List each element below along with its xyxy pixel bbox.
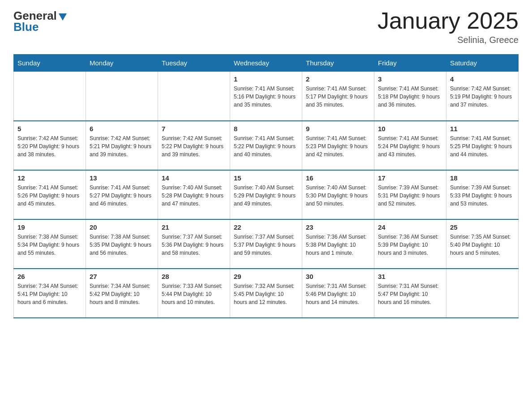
day-number: 3	[378, 75, 442, 83]
col-thursday: Thursday	[302, 55, 374, 72]
day-number: 15	[234, 174, 298, 182]
table-row: 30Sunrise: 7:31 AM Sunset: 5:46 PM Dayli…	[302, 269, 374, 318]
table-row: 14Sunrise: 7:40 AM Sunset: 5:28 PM Dayli…	[158, 170, 230, 219]
table-row: 19Sunrise: 7:38 AM Sunset: 5:34 PM Dayli…	[14, 219, 86, 269]
table-row: 6Sunrise: 7:42 AM Sunset: 5:21 PM Daylig…	[86, 121, 158, 170]
day-info: Sunrise: 7:41 AM Sunset: 5:27 PM Dayligh…	[90, 184, 154, 208]
day-info: Sunrise: 7:40 AM Sunset: 5:29 PM Dayligh…	[234, 184, 298, 208]
day-info: Sunrise: 7:41 AM Sunset: 5:26 PM Dayligh…	[17, 184, 82, 208]
day-number: 13	[90, 174, 154, 182]
day-info: Sunrise: 7:33 AM Sunset: 5:44 PM Dayligh…	[162, 282, 226, 306]
day-number: 28	[162, 273, 226, 280]
calendar-header: Sunday Monday Tuesday Wednesday Thursday…	[14, 55, 519, 72]
day-info: Sunrise: 7:39 AM Sunset: 5:31 PM Dayligh…	[378, 184, 442, 208]
logo-blue: Blue	[13, 20, 39, 34]
table-row: 4Sunrise: 7:42 AM Sunset: 5:19 PM Daylig…	[446, 72, 519, 121]
table-row: 17Sunrise: 7:39 AM Sunset: 5:31 PM Dayli…	[374, 170, 446, 219]
svg-marker-0	[59, 13, 67, 21]
location: Selinia, Greece	[378, 35, 519, 45]
day-number: 8	[234, 125, 298, 133]
day-number: 30	[306, 273, 370, 280]
table-row: 25Sunrise: 7:35 AM Sunset: 5:40 PM Dayli…	[446, 219, 519, 269]
day-info: Sunrise: 7:31 AM Sunset: 5:46 PM Dayligh…	[306, 282, 370, 306]
table-row: 5Sunrise: 7:42 AM Sunset: 5:20 PM Daylig…	[14, 121, 86, 170]
day-number: 6	[90, 125, 154, 133]
day-info: Sunrise: 7:42 AM Sunset: 5:19 PM Dayligh…	[450, 85, 515, 109]
day-number: 1	[234, 75, 298, 83]
day-number: 21	[162, 223, 226, 231]
month-title: January 2025	[378, 9, 519, 32]
table-row: 15Sunrise: 7:40 AM Sunset: 5:29 PM Dayli…	[230, 170, 302, 219]
table-row: 8Sunrise: 7:41 AM Sunset: 5:22 PM Daylig…	[230, 121, 302, 170]
day-info: Sunrise: 7:40 AM Sunset: 5:30 PM Dayligh…	[306, 184, 370, 208]
table-row: 16Sunrise: 7:40 AM Sunset: 5:30 PM Dayli…	[302, 170, 374, 219]
day-number: 25	[450, 223, 515, 231]
day-info: Sunrise: 7:32 AM Sunset: 5:45 PM Dayligh…	[234, 282, 298, 306]
table-row	[158, 72, 230, 121]
table-row: 24Sunrise: 7:36 AM Sunset: 5:39 PM Dayli…	[374, 219, 446, 269]
day-number: 20	[90, 223, 154, 231]
table-row: 20Sunrise: 7:38 AM Sunset: 5:35 PM Dayli…	[86, 219, 158, 269]
table-row: 12Sunrise: 7:41 AM Sunset: 5:26 PM Dayli…	[14, 170, 86, 219]
table-row: 13Sunrise: 7:41 AM Sunset: 5:27 PM Dayli…	[86, 170, 158, 219]
table-row: 28Sunrise: 7:33 AM Sunset: 5:44 PM Dayli…	[158, 269, 230, 318]
day-info: Sunrise: 7:37 AM Sunset: 5:37 PM Dayligh…	[234, 233, 298, 257]
table-row: 22Sunrise: 7:37 AM Sunset: 5:37 PM Dayli…	[230, 219, 302, 269]
day-info: Sunrise: 7:31 AM Sunset: 5:47 PM Dayligh…	[378, 282, 442, 306]
table-row	[14, 72, 86, 121]
day-info: Sunrise: 7:34 AM Sunset: 5:42 PM Dayligh…	[90, 282, 154, 306]
calendar-body: 1Sunrise: 7:41 AM Sunset: 5:16 PM Daylig…	[14, 72, 519, 318]
day-info: Sunrise: 7:35 AM Sunset: 5:40 PM Dayligh…	[450, 233, 515, 257]
day-info: Sunrise: 7:41 AM Sunset: 5:24 PM Dayligh…	[378, 134, 442, 158]
table-row: 10Sunrise: 7:41 AM Sunset: 5:24 PM Dayli…	[374, 121, 446, 170]
table-row: 2Sunrise: 7:41 AM Sunset: 5:17 PM Daylig…	[302, 72, 374, 121]
day-number: 27	[90, 273, 154, 280]
day-number: 17	[378, 174, 442, 182]
day-number: 31	[378, 273, 442, 280]
table-row: 18Sunrise: 7:39 AM Sunset: 5:33 PM Dayli…	[446, 170, 519, 219]
table-row	[86, 72, 158, 121]
page-header: General Blue January 2025 Selinia, Greec…	[13, 9, 519, 45]
title-block: January 2025 Selinia, Greece	[378, 9, 519, 45]
day-info: Sunrise: 7:38 AM Sunset: 5:34 PM Dayligh…	[17, 233, 82, 257]
day-info: Sunrise: 7:42 AM Sunset: 5:21 PM Dayligh…	[90, 134, 154, 158]
day-info: Sunrise: 7:42 AM Sunset: 5:20 PM Dayligh…	[17, 134, 82, 158]
col-friday: Friday	[374, 55, 446, 72]
day-info: Sunrise: 7:36 AM Sunset: 5:39 PM Dayligh…	[378, 233, 442, 257]
day-info: Sunrise: 7:41 AM Sunset: 5:23 PM Dayligh…	[306, 134, 370, 158]
day-info: Sunrise: 7:36 AM Sunset: 5:38 PM Dayligh…	[306, 233, 370, 257]
day-info: Sunrise: 7:41 AM Sunset: 5:18 PM Dayligh…	[378, 85, 442, 109]
table-row: 1Sunrise: 7:41 AM Sunset: 5:16 PM Daylig…	[230, 72, 302, 121]
table-row: 31Sunrise: 7:31 AM Sunset: 5:47 PM Dayli…	[374, 269, 446, 318]
table-row: 26Sunrise: 7:34 AM Sunset: 5:41 PM Dayli…	[14, 269, 86, 318]
col-saturday: Saturday	[446, 55, 519, 72]
day-number: 16	[306, 174, 370, 182]
day-number: 7	[162, 125, 226, 133]
day-info: Sunrise: 7:34 AM Sunset: 5:41 PM Dayligh…	[17, 282, 82, 306]
table-row: 11Sunrise: 7:41 AM Sunset: 5:25 PM Dayli…	[446, 121, 519, 170]
calendar-table: Sunday Monday Tuesday Wednesday Thursday…	[13, 54, 519, 318]
table-row: 27Sunrise: 7:34 AM Sunset: 5:42 PM Dayli…	[86, 269, 158, 318]
day-number: 14	[162, 174, 226, 182]
day-info: Sunrise: 7:41 AM Sunset: 5:17 PM Dayligh…	[306, 85, 370, 109]
table-row: 7Sunrise: 7:42 AM Sunset: 5:22 PM Daylig…	[158, 121, 230, 170]
day-info: Sunrise: 7:39 AM Sunset: 5:33 PM Dayligh…	[450, 184, 515, 208]
day-info: Sunrise: 7:38 AM Sunset: 5:35 PM Dayligh…	[90, 233, 154, 257]
day-number: 26	[17, 273, 82, 280]
day-number: 5	[17, 125, 82, 133]
day-info: Sunrise: 7:41 AM Sunset: 5:25 PM Dayligh…	[450, 134, 515, 158]
day-number: 10	[378, 125, 442, 133]
table-row: 23Sunrise: 7:36 AM Sunset: 5:38 PM Dayli…	[302, 219, 374, 269]
table-row	[446, 269, 519, 318]
col-monday: Monday	[86, 55, 158, 72]
day-number: 22	[234, 223, 298, 231]
day-number: 29	[234, 273, 298, 280]
day-number: 11	[450, 125, 515, 133]
day-info: Sunrise: 7:41 AM Sunset: 5:16 PM Dayligh…	[234, 85, 298, 109]
day-number: 24	[378, 223, 442, 231]
table-row: 21Sunrise: 7:37 AM Sunset: 5:36 PM Dayli…	[158, 219, 230, 269]
day-info: Sunrise: 7:41 AM Sunset: 5:22 PM Dayligh…	[234, 134, 298, 158]
day-info: Sunrise: 7:37 AM Sunset: 5:36 PM Dayligh…	[162, 233, 226, 257]
table-row: 29Sunrise: 7:32 AM Sunset: 5:45 PM Dayli…	[230, 269, 302, 318]
day-number: 9	[306, 125, 370, 133]
